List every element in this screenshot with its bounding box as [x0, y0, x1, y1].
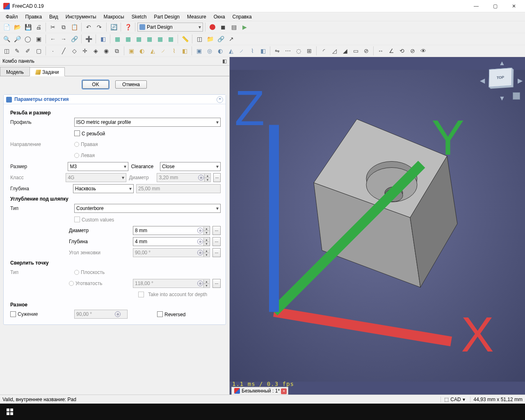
bbox-icon[interactable]: ▣ — [34, 34, 43, 44]
shapebinder-icon[interactable]: ◈ — [91, 46, 100, 56]
subbinder-icon[interactable]: ◉ — [101, 46, 111, 56]
save-icon[interactable]: 💾 — [23, 22, 33, 32]
view-top-icon[interactable]: ▦ — [123, 34, 133, 44]
zoom-sel-icon[interactable]: 🔎 — [12, 34, 22, 44]
clearance-select[interactable]: Close — [160, 162, 221, 171]
minimize-button[interactable]: — — [467, 0, 486, 12]
macro-play-icon[interactable]: ▶ — [240, 22, 249, 32]
map-sketch-icon[interactable]: ▢ — [34, 46, 43, 56]
measure-toggle-icon[interactable]: 👁 — [418, 46, 428, 56]
view-bottom-icon[interactable]: ▦ — [155, 34, 165, 44]
paste-icon[interactable]: 📋 — [69, 22, 79, 32]
macro-list-icon[interactable]: ▤ — [229, 22, 239, 32]
mirror-icon[interactable]: ⇋ — [272, 46, 282, 56]
size-select[interactable]: M3 — [68, 162, 128, 171]
boolean-icon[interactable]: ⊘ — [361, 46, 371, 56]
tab-model[interactable]: Модель — [0, 67, 30, 76]
hc-type-select[interactable]: Counterbore — [74, 204, 221, 213]
zoom-in-icon[interactable]: ➕ — [84, 34, 94, 44]
edit-sketch-icon[interactable]: ✐ — [23, 46, 33, 56]
whatsthis-icon[interactable]: ❓ — [123, 22, 133, 32]
menu-measure[interactable]: Measure — [184, 13, 210, 21]
collapse-icon[interactable]: ⌃ — [217, 96, 223, 103]
view-left-icon[interactable]: ▦ — [166, 34, 176, 44]
multitrans-icon[interactable]: ⊞ — [304, 46, 314, 56]
point-icon[interactable]: · — [48, 46, 58, 56]
nav-style-label[interactable]: CAD — [450, 397, 461, 402]
revolve-icon[interactable]: ◐ — [137, 46, 147, 56]
addprim-icon[interactable]: ◧ — [180, 46, 189, 56]
subloft-icon[interactable]: ◭ — [226, 46, 236, 56]
pad-icon[interactable]: ▣ — [126, 46, 136, 56]
macro-stop-icon[interactable]: ◼ — [218, 22, 228, 32]
measure-linear-icon[interactable]: ↔ — [376, 46, 386, 56]
unit-icon[interactable]: ⊚ — [197, 239, 203, 244]
start-button[interactable] — [2, 404, 18, 420]
draw-style-icon[interactable]: ◯ — [23, 34, 33, 44]
measure-clear-icon[interactable]: ⊘ — [408, 46, 418, 56]
subprim-icon[interactable]: ◧ — [258, 46, 268, 56]
fillet-icon[interactable]: ◜ — [319, 46, 329, 56]
groove-icon[interactable]: ◐ — [215, 46, 225, 56]
spin-up-icon[interactable]: ▲ — [203, 227, 209, 231]
plane-icon[interactable]: ◇ — [69, 46, 79, 56]
close-button[interactable]: ✕ — [504, 0, 523, 12]
loft-icon[interactable]: ◭ — [148, 46, 158, 56]
hc-depth-input[interactable]: 4 mm⊚▲▼ — [133, 237, 210, 246]
refresh-icon[interactable]: 🔄 — [109, 22, 119, 32]
group-icon[interactable]: 📁 — [205, 34, 215, 44]
cut-icon[interactable]: ✂ — [48, 22, 58, 32]
menu-macros[interactable]: Макросы — [100, 13, 128, 21]
hole-icon[interactable]: ◎ — [205, 46, 215, 56]
menu-file[interactable]: Файл — [2, 13, 21, 21]
measure-refresh-icon[interactable]: ⟲ — [397, 46, 407, 56]
spin-down-icon[interactable]: ▼ — [203, 231, 209, 235]
sketch-icon[interactable]: ✎ — [12, 46, 22, 56]
maximize-button[interactable]: ▢ — [486, 0, 504, 12]
linkactions-icon[interactable]: ↗ — [226, 34, 236, 44]
workbench-select[interactable]: Part Design — [137, 23, 203, 32]
csk-angle-extra-button[interactable]: ··· — [212, 248, 221, 257]
menu-help[interactable]: Справка — [229, 13, 255, 21]
polarpat-icon[interactable]: ◌ — [294, 46, 304, 56]
body-icon[interactable]: ◫ — [2, 46, 11, 56]
profile-select[interactable]: ISO metric regular profile — [74, 118, 221, 127]
redo-icon[interactable]: ↷ — [94, 22, 104, 32]
linkmake-icon[interactable]: 🔗 — [216, 34, 226, 44]
menu-tools[interactable]: Инструменты — [62, 13, 100, 21]
cancel-button[interactable]: Отмена — [115, 80, 147, 89]
spin-down-icon[interactable]: ▼ — [203, 242, 209, 246]
document-tab[interactable]: Безымянный : 1* × — [231, 387, 288, 395]
3d-viewport[interactable]: 1.1 ms / 0.3 fps ▲ ▼ ◀ ▶ TOP X Y Z Безым… — [230, 57, 525, 395]
print-icon[interactable]: 🖨 — [34, 22, 43, 32]
part-icon[interactable]: ◫ — [194, 34, 204, 44]
measure-angular-icon[interactable]: ∠ — [386, 46, 396, 56]
menu-edit[interactable]: Правка — [22, 13, 46, 21]
linearpat-icon[interactable]: ⋯ — [283, 46, 293, 56]
menu-sketch[interactable]: Sketch — [128, 13, 150, 21]
nav-style-icon[interactable]: ⬚ — [444, 397, 449, 402]
diameter1-extra-button[interactable]: ··· — [213, 173, 221, 182]
subhelix-icon[interactable]: ⌇ — [247, 46, 257, 56]
link-icon[interactable]: 🔗 — [69, 34, 79, 44]
nav-fwd-icon[interactable]: → — [59, 34, 68, 44]
thickness-icon[interactable]: ▭ — [351, 46, 361, 56]
view-front-icon[interactable]: ▦ — [112, 34, 122, 44]
menu-view[interactable]: Вид — [46, 13, 62, 21]
macro-record-icon[interactable] — [208, 22, 217, 32]
view-rear-icon[interactable]: ▦ — [144, 34, 154, 44]
tab-tasks[interactable]: Задачи — [30, 67, 65, 76]
hc-diameter-extra-button[interactable]: ··· — [212, 226, 221, 235]
depth-mode-select[interactable]: Насквозь — [73, 184, 134, 193]
hc-diameter-input[interactable]: 8 mm⊚▲▼ — [133, 226, 210, 235]
dp-angle-extra-button[interactable]: ··· — [212, 279, 221, 288]
view-right-icon[interactable]: ▦ — [134, 34, 144, 44]
measure-icon[interactable]: 📏 — [180, 34, 190, 44]
spin-up-icon[interactable]: ▲ — [203, 238, 209, 242]
helix-icon[interactable]: ⌇ — [169, 46, 179, 56]
draft-icon[interactable]: ◢ — [340, 46, 350, 56]
subsweep-icon[interactable]: ⟋ — [237, 46, 247, 56]
copy-icon[interactable]: ⧉ — [59, 22, 68, 32]
taper-checkbox[interactable] — [10, 311, 16, 317]
reversed-checkbox[interactable] — [157, 311, 163, 317]
